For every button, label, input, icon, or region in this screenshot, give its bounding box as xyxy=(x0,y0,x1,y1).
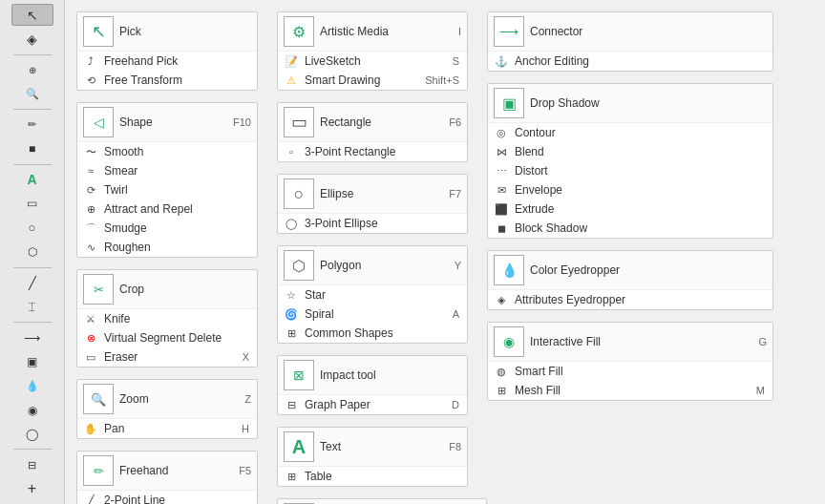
smudge-item[interactable]: ⌒ Smudge xyxy=(77,219,257,238)
eyedropper-btn[interactable]: 💧 xyxy=(11,375,53,397)
table-item[interactable]: ⊞ Table xyxy=(278,467,467,486)
smear-item[interactable]: ≈ Smear xyxy=(77,161,257,180)
pick-header-icon: ↖ xyxy=(83,16,114,47)
node-edit-btn[interactable]: ◈ xyxy=(11,28,53,50)
2point-item[interactable]: ╱ 2-Point Line xyxy=(77,491,257,504)
effects-header[interactable]: ▣ Drop Shadow xyxy=(488,84,772,123)
toolbar-separator-3 xyxy=(13,164,52,165)
polygon-btn[interactable]: ⬡ xyxy=(11,241,53,262)
free-transform-icon: ⟲ xyxy=(83,73,98,88)
pick-header[interactable]: ↖ Pick xyxy=(77,12,257,52)
impact-header-icon: ⊠ xyxy=(284,360,314,390)
meshfill-item[interactable]: ⊞ Mesh Fill M xyxy=(488,381,772,400)
graphpaper-icon: ⊟ xyxy=(284,397,299,412)
left-toolbar: ↖ ◈ ⊕ 🔍 ✏ ■ A ▭ ○ ⬡ ╱ ⌶ ⟶ ▣ 💧 ◉ ◯ ⊟ + xyxy=(0,0,65,504)
livesketch-item[interactable]: 📝 LiveSketch S xyxy=(278,52,467,71)
smartfill-item[interactable]: ◍ Smart Fill xyxy=(488,362,772,381)
envelope-item[interactable]: ✉ Envelope xyxy=(488,180,772,200)
distort-item[interactable]: ⋯ Distort xyxy=(488,161,772,180)
blockshadow-item[interactable]: ◼ Block Shadow xyxy=(488,219,772,238)
3ellipse-item[interactable]: ◯ 3-Point Ellipse xyxy=(278,214,467,233)
smooth-icon: 〜 xyxy=(83,144,98,159)
rect-group: ▭ Rectangle F6 ▫ 3-Point Rectangle xyxy=(277,102,468,162)
3rect-item[interactable]: ▫ 3-Point Rectangle xyxy=(278,142,467,161)
text-header-icon: A xyxy=(284,431,314,462)
eyedropper-header[interactable]: 💧 Color Eyedropper xyxy=(488,251,772,290)
zoom-btn[interactable]: 🔍 xyxy=(11,83,53,105)
impact-title: Impact tool xyxy=(320,368,461,382)
freehand-pick-icon: ⤴ xyxy=(83,53,98,69)
text-btn[interactable]: A xyxy=(11,169,53,191)
transform-btn[interactable]: ⊕ xyxy=(11,59,53,81)
pick-title: Pick xyxy=(119,25,251,38)
graphpaper-shortcut: D xyxy=(452,399,459,410)
ellipse-btn[interactable]: ○ xyxy=(11,217,53,239)
fill-header[interactable]: ◉ Interactive Fill G xyxy=(488,323,772,362)
fill-btn[interactable]: ◉ xyxy=(11,399,53,421)
effects-group: ▣ Drop Shadow ◎ Contour ⋈ Blend ⋯ Distor… xyxy=(487,83,773,239)
dim-btn[interactable]: ⌶ xyxy=(11,296,53,318)
smartdraw-item[interactable]: ⚠ Smart Drawing Shift+S xyxy=(278,71,467,90)
spiral-icon: 🌀 xyxy=(284,306,299,322)
image-btn[interactable]: ⊟ xyxy=(11,453,53,475)
toolbar-separator-6 xyxy=(13,449,52,450)
pan-item[interactable]: ✋ Pan H xyxy=(77,419,257,438)
fill-title: Interactive Fill xyxy=(530,335,752,348)
freehand-pick-item[interactable]: ⤴ Freehand Pick xyxy=(77,52,257,71)
anchor-editing-item[interactable]: ⚓ Anchor Editing xyxy=(488,52,772,71)
roughen-item[interactable]: ∿ Roughen xyxy=(77,238,257,257)
connector-header[interactable]: ⟶ Connector xyxy=(488,12,772,52)
dropshadow-btn[interactable]: ▣ xyxy=(11,350,53,372)
meshfill-icon: ⊞ xyxy=(494,383,509,398)
artistic-header[interactable]: ⚙ Artistic Media I xyxy=(278,12,467,52)
shape-btn[interactable]: ▭ xyxy=(11,193,53,215)
smartdraw-icon: ⚠ xyxy=(284,73,299,88)
freehand-shortcut: F5 xyxy=(239,465,251,476)
graphpaper-item[interactable]: ⊟ Graph Paper D xyxy=(278,395,467,414)
connector-group: ⟶ Connector ⚓ Anchor Editing xyxy=(487,11,773,72)
polygon-header[interactable]: ⬡ Polygon Y xyxy=(278,246,467,285)
dim-header[interactable]: ⟺ Parallel Dimension xyxy=(278,499,486,504)
spiral-shortcut: A xyxy=(453,308,459,320)
freehand-title: Freehand xyxy=(119,464,233,477)
freehand-btn[interactable]: ✏ xyxy=(11,114,53,136)
shape-shortcut: F10 xyxy=(233,116,251,128)
add-btn[interactable]: + xyxy=(11,478,53,500)
text-header[interactable]: A Text F8 xyxy=(278,428,467,467)
text-title: Text xyxy=(320,440,443,453)
knife-item[interactable]: ⚔ Knife xyxy=(77,309,257,328)
attract-repel-item[interactable]: ⊕ Attract and Repel xyxy=(77,200,257,219)
table-icon: ⊞ xyxy=(284,469,299,484)
line-btn[interactable]: ╱ xyxy=(11,272,53,294)
common-shapes-item[interactable]: ⊞ Common Shapes xyxy=(278,324,467,343)
meshfill-shortcut: M xyxy=(756,385,765,396)
contour-icon: ◎ xyxy=(494,125,509,140)
star-item[interactable]: ☆ Star xyxy=(278,285,467,304)
smartfill-btn[interactable]: ■ xyxy=(11,137,53,159)
blend-item[interactable]: ⋈ Blend xyxy=(488,142,772,161)
livesketch-shortcut: S xyxy=(453,55,459,67)
outline-btn[interactable]: ◯ xyxy=(11,423,53,445)
extrude-item[interactable]: ⬛ Extrude xyxy=(488,200,772,219)
shape-header[interactable]: ◁ Shape F10 xyxy=(77,103,257,142)
virtual-segment-item[interactable]: ⊗ Virtual Segment Delete xyxy=(77,328,257,347)
twirl-item[interactable]: ⟳ Twirl xyxy=(77,180,257,200)
contour-item[interactable]: ◎ Contour xyxy=(488,123,772,142)
zoom-header[interactable]: 🔍 Zoom Z xyxy=(77,380,257,419)
spiral-item[interactable]: 🌀 Spiral A xyxy=(278,304,467,324)
impact-header[interactable]: ⊠ Impact tool xyxy=(278,356,467,395)
freehand-header[interactable]: ✏ Freehand F5 xyxy=(77,452,257,491)
eraser-item[interactable]: ▭ Eraser X xyxy=(77,347,257,367)
connector-btn[interactable]: ⟶ xyxy=(11,326,53,348)
eraser-shortcut: X xyxy=(243,351,249,363)
rect-header[interactable]: ▭ Rectangle F6 xyxy=(278,103,467,142)
ellipse-header[interactable]: ○ Ellipse F7 xyxy=(278,175,467,214)
ellipse-shortcut: F7 xyxy=(449,188,461,200)
fill-group: ◉ Interactive Fill G ◍ Smart Fill ⊞ Mesh… xyxy=(487,322,773,401)
attr-eyedropper-item[interactable]: ◈ Attributes Eyedropper xyxy=(488,290,772,309)
crop-header[interactable]: ✂ Crop xyxy=(77,270,257,309)
smooth-item[interactable]: 〜 Smooth xyxy=(77,142,257,161)
toolbar-separator-2 xyxy=(13,109,52,110)
select-tool-btn[interactable]: ↖ xyxy=(11,4,53,26)
free-transform-item[interactable]: ⟲ Free Transform xyxy=(77,71,257,90)
